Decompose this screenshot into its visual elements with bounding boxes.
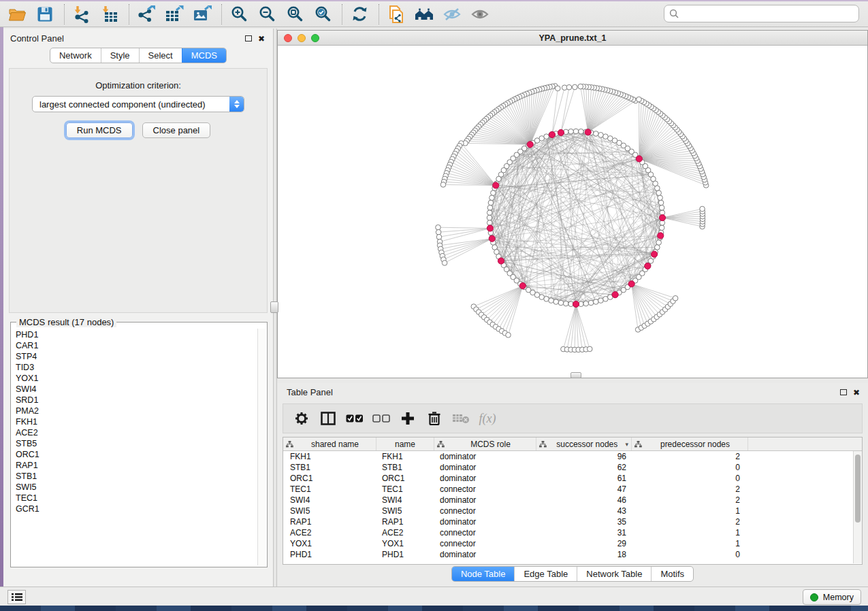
table-row[interactable]: STB1STB1dominator620 [283,462,862,473]
close-panel-icon[interactable]: ✖ [258,35,265,42]
export-table-icon[interactable] [164,4,184,24]
export-network-icon[interactable] [136,4,157,24]
column-header[interactable]: MCDS role [434,437,536,450]
open-file-icon[interactable] [7,4,27,24]
network-graph[interactable] [278,46,867,378]
table-cell: ORC1 [283,474,376,483]
node-table-header: shared namenameMCDS rolesuccessor nodes▾… [283,437,862,451]
control-panel: Control Panel ✖ Network Style Select MCD… [3,29,273,587]
mcds-result-item[interactable]: SRD1 [16,395,257,406]
import-table-icon[interactable] [99,4,120,24]
table-scrollbar[interactable] [853,451,862,563]
tab-network-table[interactable]: Network Table [577,567,651,581]
criterion-value: largest connected component (undirected) [39,99,206,110]
table-cell: 2 [632,495,748,505]
table-cell: 1 [632,539,748,548]
task-history-button[interactable] [7,590,26,604]
task-list-icon [12,593,22,601]
mcds-result-item[interactable]: GCR1 [16,503,257,514]
float-panel-icon[interactable] [245,35,252,42]
tab-select[interactable]: Select [139,48,182,63]
network-search[interactable] [664,5,859,22]
mcds-result-list[interactable]: PHD1CAR1STP4TID3YOX1SWI4SRD1PMA2FKH1ACE2… [12,329,257,565]
table-row[interactable]: FKH1FKH1dominator962 [283,451,862,462]
delete-table-icon[interactable] [452,410,470,427]
close-table-panel-icon[interactable]: ✖ [853,389,860,396]
first-neighbors-icon[interactable] [414,4,434,24]
mcds-result-item[interactable]: ACE2 [16,427,257,438]
main-toolbar [0,1,868,27]
table-scrollbar-thumb[interactable] [855,455,861,523]
tab-node-table[interactable]: Node Table [452,567,515,581]
hide-selected-icon[interactable] [442,4,462,24]
mcds-result-item[interactable]: STB1 [16,471,257,482]
close-panel-button[interactable]: Close panel [142,122,211,138]
table-row[interactable]: TEC1TEC1connector472 [283,484,862,495]
mcds-result-item[interactable]: PMA2 [16,406,257,416]
column-header[interactable]: successor nodes▾ [536,437,632,450]
zoom-in-icon[interactable] [229,4,249,24]
select-all-icon[interactable] [346,410,364,427]
add-column-icon[interactable] [399,410,417,427]
mcds-list-scrollbar[interactable] [257,329,266,565]
table-cell: connector [434,539,536,548]
memory-button[interactable]: Memory [803,589,861,605]
deselect-all-icon[interactable] [372,410,390,427]
table-cell: STB1 [376,463,434,472]
search-input[interactable] [683,8,858,20]
table-row[interactable]: ORC1ORC1dominator610 [283,473,862,484]
column-header[interactable]: predecessor nodes [632,437,748,450]
table-cell: ACE2 [376,528,434,538]
table-row[interactable]: YOX1YOX1connector291 [283,538,862,549]
column-header[interactable]: shared name [283,437,376,450]
column-header[interactable]: name [376,437,434,450]
settings-gear-icon[interactable] [293,410,310,427]
tab-network[interactable]: Network [50,48,101,63]
mcds-result-item[interactable]: SWI4 [16,384,257,395]
network-window-titlebar[interactable]: YPA_prune.txt_1 [278,31,867,46]
mcds-result-item[interactable]: STB5 [16,438,257,449]
tab-motifs[interactable]: Motifs [651,567,693,581]
vertical-splitter-grip[interactable] [270,301,278,313]
zoom-fit-icon[interactable] [285,4,305,24]
horizontal-splitter-grip[interactable] [570,372,581,378]
show-all-icon[interactable] [470,4,490,24]
mcds-result-item[interactable]: PHD1 [16,329,257,340]
show-column-icon[interactable] [319,410,337,427]
zoom-out-icon[interactable] [257,4,277,24]
mcds-result-item[interactable]: YOX1 [16,373,257,384]
export-image-icon[interactable] [192,4,212,24]
mcds-result-item[interactable]: CAR1 [16,340,257,351]
zoom-selected-icon[interactable] [312,4,333,24]
tab-edge-table[interactable]: Edge Table [514,567,577,581]
delete-column-icon[interactable] [425,410,443,427]
mcds-result-item[interactable]: TID3 [16,362,257,373]
table-row[interactable]: SWI5SWI5connector431 [283,506,862,516]
run-mcds-button[interactable]: Run MCDS [66,122,133,138]
table-row[interactable]: SWI4SWI4dominator462 [283,495,862,506]
table-row[interactable]: PHD1PHD1dominator180 [283,549,862,560]
table-cell: 47 [536,484,632,494]
float-table-panel-icon[interactable] [840,389,847,395]
table-row[interactable]: RAP1RAP1dominator352 [283,516,862,527]
table-cell: 31 [536,528,632,538]
network-canvas[interactable] [278,46,867,378]
tab-style[interactable]: Style [101,48,139,63]
mcds-result-item[interactable]: ORC1 [16,449,257,460]
clone-network-icon[interactable] [386,4,406,24]
mcds-result-item[interactable]: FKH1 [16,416,257,427]
import-network-icon[interactable] [71,4,92,24]
criterion-select[interactable]: largest connected component (undirected) [32,96,244,112]
function-builder-icon[interactable]: f(x) [479,410,496,427]
tab-mcds[interactable]: MCDS [182,48,226,63]
mcds-result-item[interactable]: STP4 [16,351,257,362]
desktop-wallpaper-left [0,27,3,587]
mcds-result-item[interactable]: TEC1 [16,493,257,503]
refresh-layout-icon[interactable] [349,4,370,24]
table-cell: dominator [434,463,536,472]
table-row[interactable]: ACE2ACE2connector311 [283,527,862,538]
mcds-result-item[interactable]: RAP1 [16,460,257,471]
table-cell: ACE2 [283,528,376,538]
save-session-icon[interactable] [35,4,55,24]
mcds-result-item[interactable]: SWI5 [16,482,257,493]
